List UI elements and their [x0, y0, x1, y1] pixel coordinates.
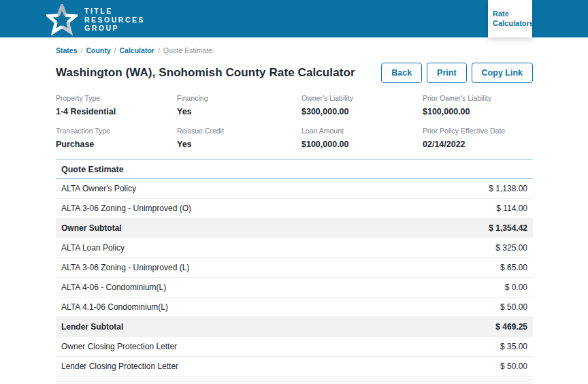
summary-field-prior-owners-liability: Prior Owner's Liability $100,000.00 — [423, 94, 533, 116]
breadcrumb-separator: / — [158, 46, 160, 54]
field-value: 02/14/2022 — [423, 140, 533, 149]
row-label: Lender Subtotal — [61, 322, 123, 332]
table-row-owner-subtotal: Owner Subtotal $ 1,354.42 — [56, 219, 533, 238]
field-value: Yes — [177, 107, 301, 116]
field-label: Reissue Credit — [177, 127, 301, 135]
summary-field-transaction-type: Transaction Type Purchase — [56, 127, 177, 149]
field-label: Owner's Liability — [301, 94, 423, 102]
field-value: $100,000.00 — [423, 107, 533, 116]
breadcrumb-separator: / — [114, 46, 116, 54]
field-label: Financing — [177, 94, 301, 102]
main-content: States / County / Calculator / Quote Est… — [56, 46, 533, 384]
table-row: ALTA 4-06 - Condominium(L) $ 0.00 — [56, 278, 533, 298]
quote-estimate-section-title: Quote Estimate — [56, 159, 533, 179]
copy-link-button[interactable]: Copy Link — [472, 63, 533, 83]
quote-estimate-table: Quote Estimate ALTA Owner's Policy $ 1,1… — [56, 159, 533, 384]
row-amount: $ 114.00 — [496, 204, 527, 213]
row-amount: $ 325.00 — [495, 243, 527, 253]
row-amount: $ 1,138.00 — [489, 184, 527, 193]
row-label: Owner Subtotal — [61, 223, 122, 233]
brand-line-3: GROUP — [84, 24, 119, 32]
row-amount: $ 35.00 — [500, 342, 527, 351]
row-label: Owner Closing Protection Letter — [61, 342, 177, 351]
row-label: ALTA 3-06 Zoning - Unimproved (L) — [61, 263, 189, 272]
app-header: TITLE RESOURCES GROUP Rate Calculators — [0, 0, 588, 37]
breadcrumb-county[interactable]: County — [86, 46, 110, 54]
row-amount: $ 50.00 — [500, 302, 527, 312]
row-label: ALTA Owner's Policy — [61, 184, 136, 193]
summary-field-owners-liability: Owner's Liability $300,000.00 — [301, 94, 423, 116]
quote-summary: Property Type 1-4 Residential Financing … — [56, 94, 533, 149]
field-value: Purchase — [56, 140, 177, 149]
field-label: Prior Owner's Liability — [423, 94, 533, 102]
print-button[interactable]: Print — [427, 63, 466, 83]
tab-rate-calculators[interactable]: Rate Calculators — [488, 0, 532, 37]
title-row: Washington (WA), Snohomish County Rate C… — [56, 63, 533, 83]
row-label: ALTA 4.1-06 Condominium(L) — [61, 302, 168, 312]
row-label: ALTA 3-06 Zoning - Unimproved (O) — [61, 204, 191, 213]
table-row-partially-visible — [56, 379, 533, 384]
tab-rate-calculators-label: Rate Calculators — [488, 10, 534, 29]
field-value: $100,000.00 — [301, 140, 423, 149]
breadcrumb-states[interactable]: States — [56, 46, 78, 54]
row-label: ALTA Loan Policy — [61, 243, 125, 253]
table-row: Lender Closing Protection Letter $ 50.00 — [56, 357, 533, 377]
row-amount: $ 469.25 — [495, 322, 527, 332]
toolbar: Back Print Copy Link — [381, 63, 533, 83]
summary-field-prior-policy-effective-date: Prior Policy Effective Date 02/14/2022 — [423, 127, 533, 149]
field-label: Property Type — [56, 94, 177, 102]
page-title: Washington (WA), Snohomish County Rate C… — [56, 66, 355, 80]
row-amount: $ 50.00 — [500, 362, 527, 371]
breadcrumb: States / County / Calculator / Quote Est… — [56, 46, 533, 54]
field-value: $300,000.00 — [301, 107, 423, 116]
brand-wordmark: TITLE RESOURCES GROUP — [84, 7, 145, 33]
back-button[interactable]: Back — [381, 63, 422, 83]
row-label: ALTA 4-06 - Condominium(L) — [61, 283, 166, 292]
table-row: ALTA Owner's Policy $ 1,138.00 — [56, 179, 533, 199]
table-row: ALTA 3-06 Zoning - Unimproved (O) $ 114.… — [56, 199, 533, 219]
row-amount: $ 65.00 — [500, 263, 527, 272]
summary-field-financing: Financing Yes — [177, 94, 301, 116]
breadcrumb-calculator[interactable]: Calculator — [120, 46, 154, 54]
summary-field-reissue-credit: Reissue Credit Yes — [177, 127, 301, 149]
table-row: ALTA Loan Policy $ 325.00 — [56, 238, 533, 258]
brand-line-2: RESOURCES — [84, 16, 145, 24]
row-label: Lender Closing Protection Letter — [61, 362, 178, 371]
summary-field-property-type: Property Type 1-4 Residential — [56, 94, 177, 116]
table-row-lender-subtotal: Lender Subtotal $ 469.25 — [56, 317, 533, 337]
brand-logo[interactable]: TITLE RESOURCES GROUP — [46, 4, 145, 35]
breadcrumb-quote-estimate: Quote Estimate — [163, 46, 212, 54]
table-row: ALTA 4.1-06 Condominium(L) $ 50.00 — [56, 298, 533, 317]
table-row: Owner Closing Protection Letter $ 35.00 — [56, 337, 533, 357]
field-label: Loan Amount — [301, 127, 423, 135]
field-label: Prior Policy Effective Date — [423, 127, 533, 135]
field-label: Transaction Type — [56, 127, 177, 135]
brand-line-1: TITLE — [84, 7, 113, 15]
field-value: Yes — [177, 140, 301, 149]
row-amount: $ 1,354.42 — [489, 223, 527, 233]
field-value: 1-4 Residential — [56, 107, 177, 116]
breadcrumb-separator: / — [81, 46, 83, 54]
row-amount: $ 0.00 — [505, 283, 527, 292]
table-row: ALTA 3-06 Zoning - Unimproved (L) $ 65.0… — [56, 258, 533, 278]
summary-field-loan-amount: Loan Amount $100,000.00 — [301, 127, 423, 149]
star-logo-icon — [46, 4, 78, 35]
